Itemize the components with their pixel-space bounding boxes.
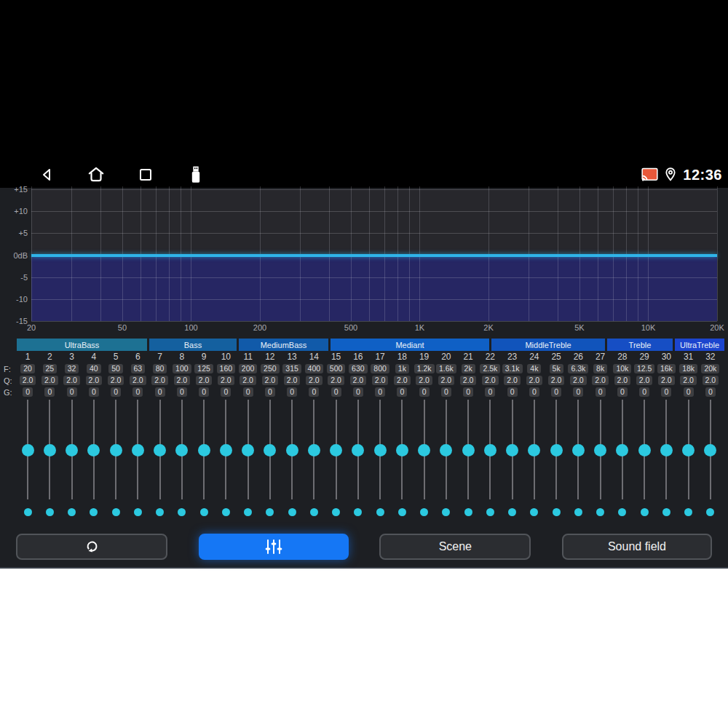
q-factor-value-chip[interactable]: 2.0 xyxy=(20,376,36,385)
gain-slider-track[interactable] xyxy=(248,400,249,499)
channel-indicator-dot[interactable] xyxy=(134,508,142,516)
frequency-value-chip[interactable]: 1.2k xyxy=(414,364,435,373)
channel-indicator-dot[interactable] xyxy=(178,508,186,516)
q-factor-value-chip[interactable]: 2.0 xyxy=(614,376,631,385)
scene-button[interactable]: Scene xyxy=(379,534,531,560)
gain-slider-track[interactable] xyxy=(71,400,73,499)
q-factor-value-chip[interactable]: 2.0 xyxy=(328,376,344,385)
gain-slider-thumb[interactable] xyxy=(616,444,628,456)
gain-slider-track[interactable] xyxy=(159,400,161,499)
gain-slider-thumb[interactable] xyxy=(528,444,540,456)
gain-slider-track[interactable] xyxy=(446,400,447,499)
gain-value-chip[interactable]: 0 xyxy=(23,387,33,397)
channel-indicator-dot[interactable] xyxy=(112,508,120,516)
gain-slider-thumb[interactable] xyxy=(660,444,673,456)
gain-slider-thumb[interactable] xyxy=(66,444,78,456)
q-factor-value-chip[interactable]: 2.0 xyxy=(570,376,587,385)
gain-slider-thumb[interactable] xyxy=(682,444,695,456)
frequency-value-chip[interactable]: 25 xyxy=(43,364,58,373)
frequency-value-chip[interactable]: 160 xyxy=(217,364,236,373)
gain-value-chip[interactable]: 0 xyxy=(441,387,451,397)
gain-slider-thumb[interactable] xyxy=(22,444,34,456)
gain-slider-thumb[interactable] xyxy=(44,444,56,456)
gain-slider-thumb[interactable] xyxy=(175,444,188,456)
gain-value-chip[interactable]: 0 xyxy=(67,387,77,397)
channel-indicator-dot[interactable] xyxy=(508,508,516,516)
gain-slider-thumb[interactable] xyxy=(484,444,496,456)
gain-slider-track[interactable] xyxy=(489,400,491,499)
channel-indicator-dot[interactable] xyxy=(641,508,649,516)
channel-indicator-dot[interactable] xyxy=(486,508,494,516)
gain-slider-thumb[interactable] xyxy=(264,444,276,456)
frequency-value-chip[interactable]: 3.1k xyxy=(502,364,523,373)
gain-slider-track[interactable] xyxy=(336,400,337,499)
gain-slider-thumb[interactable] xyxy=(198,444,210,456)
gain-slider-track[interactable] xyxy=(137,400,138,499)
frequency-value-chip[interactable]: 200 xyxy=(239,364,258,373)
q-factor-value-chip[interactable]: 2.0 xyxy=(196,376,213,385)
gain-slider-track[interactable] xyxy=(644,400,645,499)
gain-slider-track[interactable] xyxy=(313,400,314,499)
q-factor-value-chip[interactable]: 2.0 xyxy=(63,376,80,385)
channel-indicator-dot[interactable] xyxy=(310,508,318,516)
gain-slider-track[interactable] xyxy=(181,400,183,499)
gain-value-chip[interactable]: 0 xyxy=(265,387,275,397)
q-factor-value-chip[interactable]: 2.0 xyxy=(218,376,234,385)
frequency-value-chip[interactable]: 8k xyxy=(593,364,607,373)
equalizer-button[interactable] xyxy=(199,534,349,560)
channel-indicator-dot[interactable] xyxy=(553,508,561,516)
frequency-value-chip[interactable]: 6.3k xyxy=(568,364,588,373)
gain-slider-thumb[interactable] xyxy=(594,444,606,456)
gain-slider-track[interactable] xyxy=(27,400,28,499)
frequency-value-chip[interactable]: 125 xyxy=(194,364,213,373)
q-factor-value-chip[interactable]: 2.0 xyxy=(680,376,697,385)
gain-slider-track[interactable] xyxy=(93,400,95,499)
recents-button[interactable] xyxy=(136,165,155,184)
gain-slider-thumb[interactable] xyxy=(154,444,166,456)
channel-indicator-dot[interactable] xyxy=(706,508,714,516)
gain-slider-thumb[interactable] xyxy=(418,444,430,456)
gain-slider-track[interactable] xyxy=(269,400,271,499)
gain-slider-track[interactable] xyxy=(600,400,601,499)
q-factor-value-chip[interactable]: 2.0 xyxy=(350,376,367,385)
channel-indicator-dot[interactable] xyxy=(596,508,604,516)
gain-value-chip[interactable]: 0 xyxy=(287,387,297,397)
q-factor-value-chip[interactable]: 2.0 xyxy=(306,376,323,385)
gain-value-chip[interactable]: 0 xyxy=(639,387,649,397)
channel-indicator-dot[interactable] xyxy=(530,508,538,516)
q-factor-value-chip[interactable]: 2.0 xyxy=(262,376,279,385)
q-factor-value-chip[interactable]: 2.0 xyxy=(416,376,432,385)
gain-value-chip[interactable]: 0 xyxy=(397,387,407,397)
gain-slider-thumb[interactable] xyxy=(704,444,716,456)
channel-indicator-dot[interactable] xyxy=(156,508,164,516)
channel-indicator-dot[interactable] xyxy=(464,508,472,516)
channel-indicator-dot[interactable] xyxy=(244,508,252,516)
usb-button[interactable] xyxy=(186,165,205,184)
q-factor-value-chip[interactable]: 2.0 xyxy=(151,376,168,385)
q-factor-value-chip[interactable]: 2.0 xyxy=(394,376,411,385)
gain-value-chip[interactable]: 0 xyxy=(132,387,143,397)
frequency-value-chip[interactable]: 50 xyxy=(108,364,123,373)
gain-value-chip[interactable]: 0 xyxy=(243,387,253,397)
gain-slider-track[interactable] xyxy=(357,400,359,499)
q-factor-value-chip[interactable]: 2.0 xyxy=(174,376,191,385)
gain-slider-track[interactable] xyxy=(622,400,623,499)
frequency-value-chip[interactable]: 250 xyxy=(261,364,280,373)
frequency-value-chip[interactable]: 12.5 xyxy=(634,364,654,373)
frequency-value-chip[interactable]: 500 xyxy=(327,364,346,373)
gain-value-chip[interactable]: 0 xyxy=(661,387,671,397)
gain-slider-thumb[interactable] xyxy=(308,444,320,456)
channel-indicator-dot[interactable] xyxy=(376,508,384,516)
gain-slider-track[interactable] xyxy=(467,400,469,499)
channel-indicator-dot[interactable] xyxy=(354,508,362,516)
q-factor-value-chip[interactable]: 2.0 xyxy=(703,376,719,385)
gain-slider-thumb[interactable] xyxy=(352,444,364,456)
channel-indicator-dot[interactable] xyxy=(398,508,406,516)
channel-indicator-dot[interactable] xyxy=(24,508,32,516)
q-factor-value-chip[interactable]: 2.0 xyxy=(482,376,499,385)
channel-indicator-dot[interactable] xyxy=(662,508,670,516)
frequency-value-chip[interactable]: 63 xyxy=(131,364,146,373)
gain-slider-thumb[interactable] xyxy=(242,444,254,456)
back-button[interactable] xyxy=(38,165,57,184)
channel-indicator-dot[interactable] xyxy=(222,508,230,516)
